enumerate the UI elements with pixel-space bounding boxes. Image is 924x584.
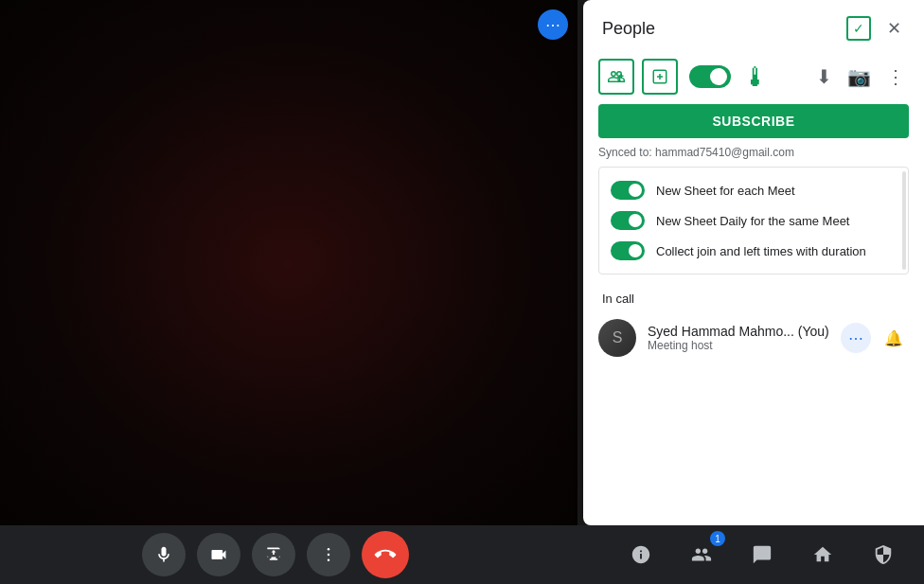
in-call-label: In call bbox=[583, 286, 924, 313]
check-icon[interactable]: ✓ bbox=[846, 16, 871, 41]
add-person-button[interactable] bbox=[598, 59, 634, 95]
participant-row: S Syed Hammad Mahmo... (You) Meeting hos… bbox=[583, 313, 924, 363]
people-button[interactable]: 1 bbox=[680, 533, 723, 576]
svg-point-5 bbox=[328, 548, 330, 551]
security-button[interactable] bbox=[862, 533, 905, 576]
option-row-1: New Sheet for each Meet bbox=[611, 175, 897, 205]
camera-button[interactable] bbox=[197, 533, 240, 576]
option-label-3: Collect join and left times with duratio… bbox=[656, 244, 897, 258]
options-scrollbar bbox=[902, 171, 906, 270]
camera-icon[interactable]: 📷 bbox=[844, 62, 875, 92]
bottom-left-controls bbox=[142, 531, 409, 578]
new-sheet-toggle[interactable] bbox=[611, 181, 645, 200]
people-badge: 1 bbox=[710, 531, 725, 546]
panel-toolbar: 🌡 ⬇ 📷 ⋮ bbox=[583, 53, 924, 104]
mic-button[interactable] bbox=[142, 533, 186, 576]
option-label-2: New Sheet Daily for the same Meet bbox=[656, 214, 897, 228]
activities-button[interactable] bbox=[801, 533, 844, 576]
option-row-3: Collect join and left times with duratio… bbox=[611, 236, 897, 266]
download-icon[interactable]: ⬇ bbox=[812, 62, 836, 92]
panel-header: People ✓ ✕ bbox=[583, 0, 924, 53]
chat-button[interactable] bbox=[740, 533, 784, 576]
more-options-icon[interactable]: ⋮ bbox=[882, 62, 909, 92]
participant-avatar: S bbox=[598, 319, 636, 357]
close-panel-button[interactable]: ✕ bbox=[879, 13, 909, 44]
synced-email: Synced to: hammad75410@gmail.com bbox=[583, 142, 924, 167]
present-button[interactable] bbox=[252, 533, 295, 576]
panel-header-icons: ✓ ✕ bbox=[846, 13, 909, 44]
join-times-toggle[interactable] bbox=[611, 241, 645, 260]
option-label-1: New Sheet for each Meet bbox=[656, 184, 897, 198]
main-toggle[interactable] bbox=[689, 65, 731, 88]
participant-name: Syed Hammad Mahmo... (You) bbox=[648, 324, 829, 339]
participant-more-button[interactable]: ⋯ bbox=[841, 323, 871, 353]
participant-info: Syed Hammad Mahmo... (You) Meeting host bbox=[648, 324, 829, 352]
option-row-2: New Sheet Daily for the same Meet bbox=[611, 205, 897, 236]
panel-title: People bbox=[602, 19, 655, 39]
participant-role: Meeting host bbox=[648, 339, 829, 352]
add-external-button[interactable] bbox=[642, 59, 678, 95]
subscribe-button[interactable]: SUBSCRIBE bbox=[598, 104, 909, 138]
more-options-button[interactable] bbox=[307, 533, 350, 576]
bottom-bar: 1 bbox=[0, 525, 924, 584]
end-call-button[interactable] bbox=[362, 531, 409, 578]
video-options-button[interactable]: ⋯ bbox=[538, 9, 568, 40]
svg-point-6 bbox=[328, 554, 330, 557]
people-panel: People ✓ ✕ bbox=[583, 0, 924, 525]
bottom-right-controls: 1 bbox=[619, 533, 905, 576]
video-area: ⋯ bbox=[0, 0, 578, 525]
toggle-group bbox=[689, 65, 731, 88]
daily-sheet-toggle[interactable] bbox=[611, 211, 645, 230]
participant-bell-button[interactable]: 🔔 bbox=[879, 323, 909, 353]
options-box: New Sheet for each Meet New Sheet Daily … bbox=[598, 167, 909, 274]
svg-point-7 bbox=[328, 559, 330, 562]
participant-actions: ⋯ 🔔 bbox=[841, 323, 909, 353]
info-button[interactable] bbox=[619, 533, 663, 576]
thermometer-icon: 🌡 bbox=[742, 62, 769, 93]
